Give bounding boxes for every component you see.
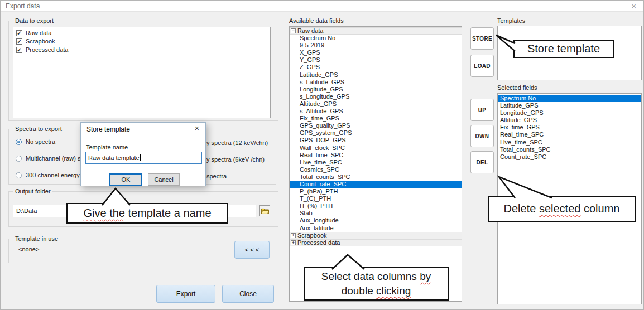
selected-field-item[interactable]: Spectrum No (498, 95, 641, 102)
tree-item[interactable]: H_(%)_PTH (290, 202, 462, 210)
tree-item[interactable]: Stab (290, 210, 462, 217)
tree-item[interactable]: Fix_time_GPS (290, 115, 462, 122)
dwn-button[interactable]: DWN (470, 125, 494, 147)
template-in-use-value: <none> (18, 246, 39, 253)
tree-group-label: Raw data (297, 27, 323, 35)
selected-field-item[interactable]: Longitude_GPS (498, 109, 641, 117)
tree-item[interactable]: X_GPS (290, 49, 462, 56)
tree-item[interactable]: Z_GPS (290, 64, 462, 71)
selected-field-item[interactable]: Live_time_SPC (498, 139, 641, 146)
window-close-icon[interactable]: × (631, 1, 636, 11)
tree-item[interactable]: Cosmics_SPC (290, 166, 462, 173)
spectra-radio-row[interactable]: No spectra (16, 133, 84, 150)
ok-button[interactable]: OK (109, 173, 142, 186)
callout-delete-column: Delete selected column (488, 196, 636, 222)
radio-label-fragment: spectra (206, 168, 268, 185)
up-button[interactable]: UP (470, 99, 494, 121)
tree-group-header[interactable]: +Processed data (290, 239, 462, 246)
tree-group-header[interactable]: −Raw data (290, 27, 462, 35)
radio-label: 300 channel energy (26, 172, 80, 178)
callout-text: Give the (83, 207, 124, 219)
selected-field-item[interactable]: Latitude_GPS (498, 102, 641, 109)
export-button[interactable]: Export (156, 285, 215, 303)
callout-select-columns: Select data columns by double clicking (304, 267, 449, 301)
selected-field-item[interactable]: Fix_time_GPS (498, 124, 641, 131)
tree-item[interactable]: Y_GPS (290, 56, 462, 64)
callout-text: column (580, 202, 619, 215)
selected-field-item[interactable]: Altitude_GPS (498, 117, 641, 124)
export-data-window: Export data × Data to export ✓Raw data✓S… (0, 0, 644, 310)
group-label: Spectra to export (13, 125, 64, 132)
template-name-label: Template name (86, 144, 128, 151)
callout-give-name: Give the template a name (66, 203, 228, 224)
tree-item[interactable]: Aux_latitude (290, 225, 462, 232)
window-title: Export data (6, 2, 40, 10)
radio-icon (16, 139, 22, 145)
spectra-radio-row[interactable]: Multichannel (raw) sp (16, 150, 84, 167)
selected-fields-label: Selected fields (497, 84, 537, 91)
tree-item[interactable]: GPS_quality_GPS (290, 122, 462, 129)
expand-icon[interactable]: + (291, 233, 296, 238)
output-folder-path: D:\Data (16, 207, 37, 214)
checkbox-icon: ✓ (16, 38, 22, 45)
selected-field-item[interactable]: Total_counts_SPC (498, 146, 641, 153)
tree-item[interactable]: GPS_system_GPS (290, 129, 462, 137)
tree-item[interactable]: GPS_DOP_GPS (290, 137, 462, 144)
tree-item[interactable]: s_Latitude_GPS (290, 79, 462, 86)
checkbox-label: Scrapbook (26, 38, 55, 45)
folder-open-icon (261, 208, 269, 214)
tree-item[interactable]: s_Altitude_GPS (290, 108, 462, 115)
collapse-icon[interactable]: − (291, 28, 296, 33)
tree-item[interactable]: 9-5-2019 (290, 42, 462, 49)
data-to-export-list: ✓Raw data✓Scrapbook✓Processed data (13, 27, 271, 118)
callout-text: Select data columns (321, 270, 420, 282)
callout-text: by (420, 270, 431, 282)
close-button-label: lose (244, 290, 257, 298)
dialog-title: Store template (86, 125, 130, 133)
tree-item[interactable]: Real_time_SPC (290, 152, 462, 159)
tree-group-header[interactable]: +Scrapbook (290, 232, 462, 239)
tree-item[interactable]: P_(hPa)_PTH (290, 188, 462, 195)
callout-text: template a name (125, 207, 212, 219)
del-button[interactable]: DEL (470, 151, 494, 173)
selected-field-item[interactable]: Count_rate_SPC (498, 153, 641, 161)
tree-item[interactable]: Live_time_SPC (290, 159, 462, 166)
tree-item[interactable]: Count_rate_SPC (290, 181, 462, 188)
export-data-checkbox-row[interactable]: ✓Processed data (16, 46, 270, 54)
tree-item[interactable]: Spectrum No (290, 35, 462, 42)
export-data-checkbox-row[interactable]: ✓Scrapbook (16, 37, 270, 45)
tree-item[interactable]: Total_counts_SPC (290, 173, 462, 181)
radio-label: Multichannel (raw) sp (26, 155, 84, 162)
tree-item[interactable]: Longitude_GPS (290, 86, 462, 93)
tree-item[interactable]: T_(C)_PTH (290, 195, 462, 202)
spectra-covered-labels: y spectra (12 keV/chn)y spectra (6keV /c… (206, 134, 268, 185)
selected-field-item[interactable]: Real_time_SPC (498, 131, 641, 138)
checkbox-icon: ✓ (16, 30, 22, 36)
tree-item[interactable]: s_Longitude_GPS (290, 93, 462, 100)
spectra-radio-row[interactable]: 300 channel energy (16, 167, 84, 183)
tree-item[interactable]: Wall_clock_SPC (290, 144, 462, 152)
title-bar: Export data × (1, 1, 643, 12)
spectra-radio-list: No spectraMultichannel (raw) sp300 chann… (16, 133, 84, 183)
export-button-label: xport (181, 290, 196, 298)
export-data-checkbox-row[interactable]: ✓Raw data (16, 29, 270, 37)
dialog-close-icon[interactable]: × (195, 124, 199, 133)
browse-folder-button[interactable] (259, 205, 270, 216)
callout-text: clicking (376, 285, 411, 297)
tree-item[interactable]: Latitude_GPS (290, 71, 462, 79)
expand-icon[interactable]: + (291, 240, 296, 245)
tree-item[interactable]: Altitude_GPS (290, 100, 462, 108)
template-name-input[interactable]: Raw data template (85, 152, 202, 164)
radio-icon (16, 172, 22, 178)
store-button[interactable]: STORE (470, 27, 494, 50)
recall-template-button[interactable]: < < < (234, 241, 270, 259)
callout-text: Store template (527, 41, 600, 56)
available-fields-list: −Raw dataSpectrum No9-5-2019X_GPSY_GPSZ_… (289, 26, 462, 302)
group-label: Data to export (13, 17, 55, 24)
group-label: Template in use (13, 235, 60, 242)
callout-text: Delete (504, 202, 539, 215)
close-button[interactable]: Close (222, 285, 274, 303)
load-button[interactable]: LOAD (470, 55, 494, 77)
cancel-button[interactable]: Cancel (148, 173, 180, 186)
tree-item[interactable]: Aux_longitude (290, 217, 462, 224)
